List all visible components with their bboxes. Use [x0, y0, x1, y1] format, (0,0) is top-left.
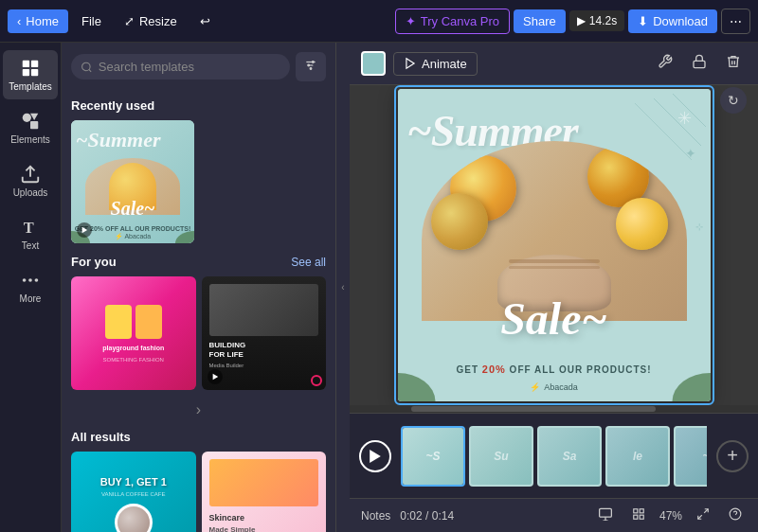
color-swatch[interactable]: [361, 51, 386, 76]
zoom-level: 47%: [659, 509, 682, 523]
design-canvas[interactable]: ✳ ✦ ⊹ ~Summer: [398, 89, 711, 401]
timeline-frame-3[interactable]: Sa: [537, 426, 602, 487]
monitor-button[interactable]: [593, 505, 618, 526]
frame-preview-4: le: [607, 428, 668, 485]
trash-icon: [726, 54, 741, 69]
svg-text:T: T: [24, 219, 34, 237]
sidebar-item-more[interactable]: More: [3, 262, 58, 311]
elements-label: Elements: [10, 134, 50, 145]
search-input-wrap: [71, 54, 290, 80]
undo-button[interactable]: ↩: [190, 9, 220, 33]
svg-rect-34: [640, 515, 643, 519]
svg-point-12: [82, 62, 91, 71]
all-results-thumb-1[interactable]: BUY 1, GET 1 VANILLA COFFEE CAFE: [71, 452, 196, 532]
templates-panel: Recently used ~Summer Sale~ GET 20% OFF …: [62, 43, 336, 532]
grid-button[interactable]: [627, 505, 650, 526]
sale-text: Sale~: [407, 293, 701, 345]
timeline: ~S Su Sa le ~ +: [350, 413, 758, 498]
all-results-header: All results: [71, 430, 326, 444]
more-button[interactable]: ⋯: [721, 9, 750, 34]
top-bar: ‹ Home File ⤢ Resize ↩ ✦ Try Canva Pro S…: [0, 0, 758, 43]
fullscreen-button[interactable]: [692, 505, 714, 526]
tool-icon-1: [658, 54, 673, 69]
svg-rect-28: [600, 508, 612, 517]
animate-button[interactable]: Animate: [393, 52, 478, 76]
bottom-bar: Notes 0:02 / 0:14 47%: [350, 498, 758, 532]
canvas-delete-button[interactable]: [720, 50, 747, 77]
star-icon: ✦: [406, 14, 416, 28]
for-you-title: For you: [71, 255, 117, 269]
share-button[interactable]: Share: [514, 9, 566, 33]
resize-label: Resize: [139, 14, 177, 28]
svg-line-24: [654, 98, 701, 146]
panel-separator[interactable]: ‹: [336, 43, 350, 532]
refresh-button[interactable]: ↻: [720, 87, 747, 114]
for-you-grid: playground fashion SOMETHING FASHION BUI…: [71, 276, 326, 390]
add-frame-button[interactable]: +: [716, 440, 749, 472]
animate-icon: [404, 57, 417, 70]
download-icon: ⬇: [638, 14, 648, 28]
for-you-thumb-1[interactable]: playground fashion SOMETHING FASHION: [71, 276, 196, 390]
share-label: Share: [523, 14, 556, 28]
time-position-display: 0:02 / 0:14: [400, 509, 454, 523]
timeline-frame-5[interactable]: ~: [674, 426, 707, 487]
canvas-scrollbar[interactable]: [350, 405, 758, 413]
timeline-frame-4[interactable]: le: [605, 426, 670, 487]
uploads-label: Uploads: [13, 187, 48, 198]
try-canva-label: Try Canva Pro: [421, 14, 499, 28]
play-icon-thumb2: [208, 369, 223, 384]
fruit-3: [616, 198, 668, 250]
frame-preview-3: Sa: [539, 428, 600, 485]
resize-button[interactable]: ⤢ Resize: [115, 9, 187, 33]
svg-line-13: [89, 69, 91, 71]
try-canva-button[interactable]: ✦ Try Canva Pro: [395, 9, 510, 34]
sidebar-item-text[interactable]: T Text: [3, 209, 58, 258]
svg-point-11: [35, 278, 39, 282]
play-icon: [370, 450, 381, 463]
sidebar-item-templates[interactable]: Templates: [3, 50, 58, 99]
svg-marker-20: [82, 227, 88, 233]
icon-sidebar: Templates Elements Uploads T Text: [0, 43, 62, 532]
discount-text: GET 20% OFF ALL OUR PRODUCTS!: [398, 364, 711, 375]
canvas-area: Animate: [350, 43, 758, 532]
home-button[interactable]: ‹ Home: [8, 9, 68, 33]
sidebar-item-elements[interactable]: Elements: [3, 103, 58, 152]
svg-point-4: [23, 114, 31, 122]
svg-rect-3: [31, 69, 38, 76]
for-you-thumb-2[interactable]: BUILDINGFOR LIFE Media Builder: [202, 276, 327, 390]
scrollbar-thumb: [411, 406, 657, 412]
time-label: 14.2s: [589, 14, 617, 27]
chevron-left-icon: ‹: [17, 14, 21, 28]
svg-point-18: [308, 64, 310, 66]
discount-percent: 20%: [482, 364, 506, 375]
recently-used-thumb-1[interactable]: ~Summer Sale~ GET 20% OFF ALL OUR PRODUC…: [71, 120, 194, 243]
collapse-arrow[interactable]: ›: [71, 401, 326, 418]
lock-icon: [692, 54, 707, 69]
svg-rect-31: [634, 509, 638, 513]
help-button[interactable]: [724, 505, 747, 526]
recently-used-title: Recently used: [71, 98, 154, 113]
filter-button[interactable]: [296, 52, 326, 81]
timeline-frame-1[interactable]: ~S: [401, 426, 465, 487]
svg-line-36: [698, 515, 702, 519]
sidebar-item-uploads[interactable]: Uploads: [3, 156, 58, 205]
svg-line-35: [704, 509, 708, 513]
timeline-play-button[interactable]: [359, 440, 391, 472]
svg-point-19: [312, 62, 314, 63]
all-results-thumb-2[interactable]: Skincare Made Simple: [202, 452, 327, 532]
timeline-frame-2[interactable]: Su: [469, 426, 533, 487]
undo-icon: ↩: [200, 14, 210, 28]
home-label: Home: [26, 14, 59, 28]
more-icon: ⋯: [730, 14, 742, 28]
download-button[interactable]: ⬇ Download: [628, 9, 717, 33]
svg-rect-5: [30, 121, 38, 129]
canvas-lock-button[interactable]: [686, 50, 713, 77]
templates-icon: [20, 58, 41, 79]
search-input[interactable]: [99, 60, 280, 74]
search-bar: [62, 43, 335, 87]
file-button[interactable]: File: [72, 9, 111, 33]
svg-marker-27: [370, 450, 381, 463]
see-all-button[interactable]: See all: [291, 256, 326, 269]
canvas-tool-button-1[interactable]: [652, 50, 678, 77]
main-content: Templates Elements Uploads T Text: [0, 43, 758, 532]
